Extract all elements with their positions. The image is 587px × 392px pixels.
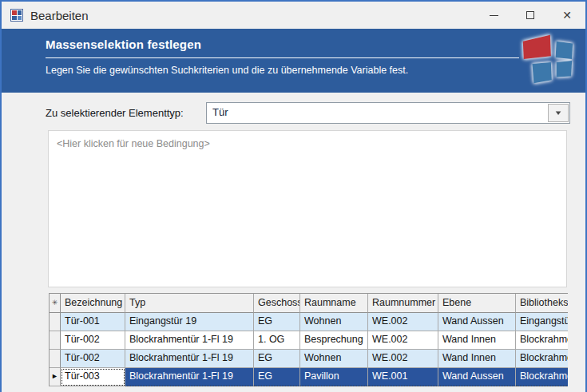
column-header-row: ✳BezeichnungTypGeschossRaumnameRaumnumme…: [50, 294, 568, 313]
new-condition-item[interactable]: <Hier klicken für neue Bedingung>: [57, 138, 566, 149]
minimize-button[interactable]: [475, 2, 512, 29]
table-cell[interactable]: Wohnen: [300, 350, 368, 368]
column-header-raumname[interactable]: Raumname: [300, 294, 368, 313]
table-cell[interactable]: Eingangstü: [516, 313, 568, 331]
dialog-window: Bearbeiten ✕ Massenselektion festlegen L…: [0, 0, 587, 392]
table-cell[interactable]: 1. OG: [254, 331, 300, 350]
column-header-typ[interactable]: Typ: [125, 294, 254, 313]
table-cell[interactable]: EG: [254, 313, 300, 331]
row-selector-cell[interactable]: ►: [50, 368, 61, 386]
table-cell[interactable]: EG: [254, 368, 300, 386]
maximize-button[interactable]: [512, 2, 549, 29]
table-cell[interactable]: Tür-003: [61, 368, 125, 386]
table-row[interactable]: ►Tür-003Blockrahmentür 1-Fl 19EGPavillon…: [50, 367, 568, 386]
page-subtitle: Legen Sie die gewünschten Suchkriterien …: [46, 65, 585, 76]
row-selector-cell[interactable]: [50, 350, 61, 368]
row-selector-cell[interactable]: [50, 313, 61, 331]
table-cell[interactable]: WE.001: [368, 368, 438, 386]
header-band: Massenselektion festlegen Legen Sie die …: [2, 29, 585, 93]
data-grid-inner: ✳BezeichnungTypGeschossRaumnameRaumnumme…: [49, 293, 568, 386]
elementtype-label: Zu selektierender Elementtyp:: [46, 102, 184, 124]
combobox-arrow-button[interactable]: ▼: [548, 104, 569, 122]
column-header-bezeichnung[interactable]: Bezeichnung: [61, 294, 125, 313]
header-divider: [46, 57, 519, 58]
table-cell[interactable]: Pavillon: [300, 368, 368, 386]
close-button[interactable]: ✕: [549, 2, 585, 29]
data-grid[interactable]: ✳BezeichnungTypGeschossRaumnameRaumnumme…: [49, 293, 568, 390]
table-cell[interactable]: Eingangstür 19: [125, 313, 254, 331]
maximize-icon: [526, 11, 534, 19]
table-row[interactable]: Tür-002Blockrahmentür 1-Fl 191. OGBespre…: [50, 331, 568, 350]
table-cell[interactable]: Wand Aussen: [438, 368, 516, 386]
table-cell[interactable]: Wohnen: [300, 313, 368, 331]
row-selector-cell[interactable]: [50, 331, 61, 350]
brand-logo-icon: [515, 31, 577, 90]
current-row-arrow-icon: ►: [50, 368, 60, 385]
window-title: Bearbeiten: [30, 9, 89, 22]
minimize-icon: [490, 15, 498, 16]
table-cell[interactable]: Blockrahmentür 1-Fl 19: [125, 368, 254, 386]
table-cell[interactable]: Blockrahme: [516, 331, 568, 350]
table-cell[interactable]: Wand Aussen: [438, 313, 516, 331]
elementtype-combobox[interactable]: Tür ▼: [206, 102, 570, 124]
asterisk-icon: ✳: [50, 294, 60, 312]
window-controls: ✕: [475, 2, 585, 29]
table-cell[interactable]: Tür-002: [61, 331, 125, 350]
column-header-raumnummer[interactable]: Raumnummer: [368, 294, 438, 313]
table-row[interactable]: Tür-002Blockrahmentür 1-Fl 19EGWohnenWE.…: [50, 350, 568, 368]
table-row[interactable]: Tür-001Eingangstür 19EGWohnenWE.002Wand …: [50, 313, 568, 331]
table-cell[interactable]: WE.002: [368, 350, 438, 368]
table-cell[interactable]: WE.002: [368, 331, 438, 350]
column-header-bibliotheks[interactable]: Bibliotheks: [516, 294, 568, 313]
close-icon: ✕: [562, 10, 572, 21]
table-cell[interactable]: Wand Innen: [438, 350, 516, 368]
table-cell[interactable]: Tür-001: [61, 313, 125, 331]
table-cell[interactable]: EG: [254, 350, 300, 368]
table-cell[interactable]: Blockrahmentür 1-Fl 19: [125, 331, 254, 350]
table-cell[interactable]: Tür-002: [61, 350, 125, 368]
table-cell[interactable]: Besprechung: [300, 331, 368, 350]
table-cell[interactable]: WE.002: [368, 313, 438, 331]
app-icon: [10, 9, 23, 22]
table-cell[interactable]: Wand Innen: [438, 331, 516, 350]
page-title: Massenselektion festlegen: [46, 38, 585, 51]
condition-list[interactable]: <Hier klicken für neue Bedingung>: [48, 130, 567, 287]
column-header-geschoss[interactable]: Geschoss: [254, 294, 300, 313]
table-cell[interactable]: Blockrahme: [516, 350, 568, 368]
select-all-header-cell[interactable]: ✳: [50, 294, 61, 313]
dropdown-arrow-icon: ▼: [553, 109, 562, 117]
table-cell[interactable]: Blockrahme: [516, 368, 568, 386]
combobox-value[interactable]: Tür: [207, 103, 547, 123]
title-bar[interactable]: Bearbeiten ✕: [2, 2, 585, 29]
table-cell[interactable]: Blockrahmentür 1-Fl 19: [125, 350, 254, 368]
column-header-ebene[interactable]: Ebene: [438, 294, 516, 313]
